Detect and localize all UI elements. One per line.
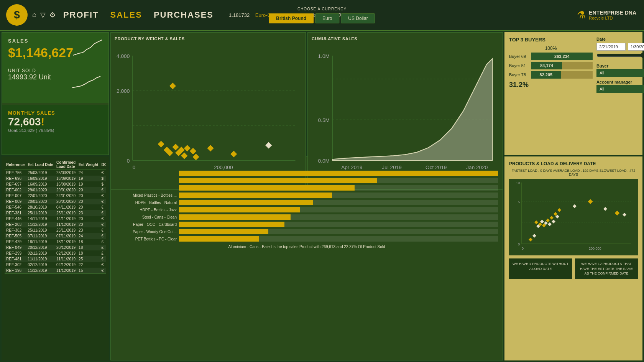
svg-marker-34 (332, 59, 492, 160)
sales-top: SALES $1,146,627 UNIT SOLD 14993.92 Unit (2, 33, 108, 103)
cumulative-chart-title: CUMULATIVE SALES (312, 36, 499, 41)
date-end-input[interactable] (628, 43, 644, 51)
svg-rect-20 (207, 145, 214, 151)
svg-text:Jul 2019: Jul 2019 (382, 165, 402, 170)
svg-rect-44 (529, 238, 532, 242)
british-pound-btn[interactable]: British Pound (269, 13, 314, 23)
svg-text:0.0M: 0.0M (318, 158, 330, 164)
buyers-title: TOP 3 BUYERS (509, 37, 593, 43)
svg-rect-58 (557, 208, 561, 212)
svg-text:5: 5 (518, 200, 520, 204)
svg-rect-57 (555, 215, 559, 219)
svg-text:200,000: 200,000 (214, 165, 233, 170)
table-row: REF-50507/11/201907/11/201924€14,328$16,… (5, 233, 106, 239)
manager-select-wrap: All ▼ (596, 85, 644, 93)
col-dc: DC ▼ (100, 160, 106, 170)
scatter-svg: 10 5 0 0 200,000 (509, 179, 638, 255)
monthly-goal: Goal: 313,629 (-76.85%) (8, 128, 102, 133)
footer-label: Total (5, 274, 77, 275)
table-row: REF-42918/11/201918/11/201918£12,600$16,… (5, 239, 106, 245)
sales-tab[interactable]: SALES (110, 10, 142, 20)
us-dollar-btn[interactable]: US Dollar (341, 13, 375, 23)
sales-sparkline (73, 38, 104, 57)
svg-rect-46 (534, 220, 538, 224)
manager-select[interactable]: All (596, 85, 644, 93)
date-inputs (596, 43, 644, 51)
enterprise-name: ENTERPRISE DNA (589, 10, 636, 16)
manager-filter-label: Account manager (596, 80, 644, 84)
date-label: Date (596, 37, 644, 41)
svg-rect-9 (169, 83, 176, 89)
svg-text:10: 10 (516, 181, 520, 185)
buyers-pct: 31.2% (509, 81, 593, 89)
svg-text:0: 0 (127, 158, 130, 164)
sales-value: $1,146,627 (8, 45, 73, 60)
col-weight: Est Weight (77, 160, 100, 170)
home-icon[interactable]: ⌂ (32, 11, 36, 19)
buyer-row-3: Buyer 78 82,205 (509, 71, 593, 79)
enterprise-logo: ⚗ ENTERPRISE DNA Recycle LTD (577, 9, 636, 21)
svg-rect-52 (546, 219, 550, 222)
buyers-panel: TOP 3 BUYERS 100% Buyer 69 263,234 Buyer… (504, 32, 642, 155)
buyer-3-name: Buyer 78 (509, 72, 528, 77)
unit-value: 14993.92 Unit (8, 73, 51, 81)
nav-tabs: PROFIT SALES PURCHASES (63, 10, 214, 20)
col-conf-load: ConfirmedLoad Date (55, 160, 77, 170)
svg-rect-45 (532, 234, 536, 238)
svg-rect-60 (588, 199, 593, 204)
weight-sales-chart: PRODUCT BY WEIGHT & SALES 4,000 2,000 0 … (110, 32, 306, 190)
table-row: REF-75625/03/201925/03/201924€23,976$28,… (5, 170, 106, 176)
table-row: REF-44614/11/201914/11/201920€17,040$20,… (5, 216, 106, 222)
scatter-plot: 10 5 0 0 200,000 (509, 179, 638, 255)
euro-btn[interactable]: Euro (315, 13, 339, 23)
products-sub: FASTEST LOAD : 0 DAYS AVERAGE LOAD : 192… (509, 169, 638, 176)
currency-label: CHOOSE A CURRENCY (297, 7, 347, 11)
date-start-input[interactable] (596, 43, 626, 51)
buyers-100pct: 100% (509, 46, 593, 51)
svg-rect-19 (193, 154, 199, 160)
table-row: REF-00722/01/202022/01/202020€17,600$20,… (5, 193, 106, 199)
buyer-select[interactable]: All (596, 69, 644, 77)
data-table: Reference Est Load Date ConfirmedLoad Da… (5, 160, 106, 275)
currency-buttons: British Pound Euro US Dollar (269, 13, 375, 23)
svg-text:0: 0 (522, 247, 524, 250)
table-row: REF-48111/11/201911/11/201925€10,625$12,… (5, 256, 106, 262)
purchases-tab[interactable]: PURCHASES (154, 10, 214, 20)
table-row: REF-30202/12/201902/12/201922€10,560$12,… (5, 262, 106, 268)
sales-panel: SALES $1,146,627 UNIT SOLD 14993.92 Unit… (2, 32, 109, 155)
svg-text:1.0M: 1.0M (318, 53, 330, 59)
top10-bar-item: Mixed Plastics - Bottles ... (115, 193, 498, 198)
svg-rect-18 (190, 148, 196, 154)
svg-rect-62 (615, 211, 620, 216)
buyer-1-name: Buyer 69 (509, 54, 528, 59)
buyer-1-value: 263,234 (554, 54, 570, 59)
buyer-row-2: Buyer 51 84,174 (509, 62, 593, 69)
filter-icon[interactable]: ▽ (40, 11, 46, 19)
table-row: REF-54628/10/201904/11/201920€17,600$20,… (5, 204, 106, 210)
footer-dc (100, 274, 106, 275)
monthly-title: MONTHLY SALES (8, 110, 102, 116)
top10-bar-item: PET Bottles - PC - Clear (115, 236, 498, 242)
table-scroll[interactable]: Reference Est Load Date ConfirmedLoad Da… (5, 160, 106, 275)
svg-rect-21 (230, 151, 237, 157)
col-reference: Reference (5, 160, 26, 170)
table-row: REF-38225/11/201925/11/201923€15,341$18,… (5, 227, 106, 233)
svg-text:200,000: 200,000 (589, 247, 601, 250)
svg-rect-22 (265, 142, 272, 148)
settings-icon[interactable]: ⚙ (49, 11, 56, 19)
buyer-filter-label: Buyer (596, 64, 644, 68)
date-slider[interactable] (596, 52, 644, 58)
svg-rect-13 (172, 144, 179, 150)
unit-label: UNIT SOLD (8, 68, 102, 73)
buyer-select-wrap: All ▼ (596, 69, 644, 77)
svg-rect-61 (603, 207, 607, 211)
table-row: REF-69716/09/201916/09/201919$18,384$18,… (5, 181, 106, 187)
sales-label: SALES (8, 38, 73, 44)
dollar-icon: $ (6, 4, 28, 26)
top10-bar-item: Paper - Woody One Cut... (115, 229, 498, 234)
profit-tab[interactable]: PROFIT (63, 10, 99, 20)
top10-bar-item: HDPE - Bottles - Natural (115, 200, 498, 205)
col-est-load: Est Load Date (26, 160, 55, 170)
footer-weight: 14,994 (77, 274, 100, 275)
top10-bar-item: Steel - Cans - Clean (115, 214, 498, 220)
